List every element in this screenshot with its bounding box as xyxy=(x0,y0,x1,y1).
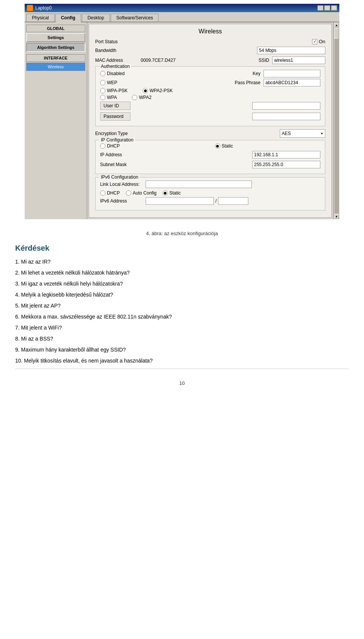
panel-title: Wireless xyxy=(95,28,325,35)
dhcp-radio-group: DHCP xyxy=(100,143,120,149)
bandwidth-label: Bandwidth xyxy=(95,48,141,53)
main-layout: GLOBAL Settings Algorithm Settings INTER… xyxy=(25,22,339,219)
dhcp-radio[interactable] xyxy=(100,143,105,149)
wep-radio[interactable] xyxy=(100,80,105,85)
wpa2psk-label: WPA2-PSK xyxy=(149,88,173,93)
ipv6-static-radio[interactable] xyxy=(163,190,168,196)
auth-row3: WPA-PSK WPA2-PSK xyxy=(100,88,320,93)
scrollbar[interactable]: ▲ ▼ xyxy=(333,22,339,219)
wep-radio-group: WEP xyxy=(100,80,117,85)
minimize-button[interactable]: _ xyxy=(317,5,323,11)
wep-label: WEP xyxy=(107,80,117,85)
question-7: 7. Mit jelent a WiFi? xyxy=(15,324,349,332)
question-3: 3. Mi igaz a vezeték nélküli helyi hálóz… xyxy=(15,280,349,288)
wpapsk-radio-group: WPA-PSK xyxy=(100,88,127,93)
encryption-value: AES xyxy=(282,131,291,136)
question-1: 1. Mi az az IR? xyxy=(15,258,349,266)
ipv6-config-label: IPv6 Configuration xyxy=(99,174,140,180)
bandwidth-row: Bandwidth xyxy=(95,47,325,54)
questions-title: Kérdések xyxy=(15,244,349,253)
content-wrapper: Wireless Port Status ✓ On Bandwidth xyxy=(87,22,339,219)
question-8: 8. Mi az a BSS? xyxy=(15,335,349,343)
tab-desktop[interactable]: Desktop xyxy=(82,14,110,22)
wpa-radio[interactable] xyxy=(100,95,105,100)
ipv6-auto-radio-group: Auto Config xyxy=(126,190,157,196)
ipv6-static-label: Static xyxy=(169,190,181,196)
scroll-thumb[interactable] xyxy=(334,28,339,39)
wireless-panel: Wireless Port Status ✓ On Bandwidth xyxy=(89,24,332,218)
port-status-checkbox[interactable]: ✓ xyxy=(312,39,317,44)
tab-config[interactable]: Config xyxy=(55,14,81,22)
mac-ssid-row: MAC Address 0009.7CE7.D427 SSID xyxy=(95,57,325,64)
disabled-label: Disabled xyxy=(107,71,125,76)
userid-row: User ID xyxy=(100,102,320,110)
ipv6-prefix-input[interactable] xyxy=(218,197,248,205)
passphrase-input[interactable] xyxy=(264,79,320,86)
tab-physical[interactable]: Physical xyxy=(26,14,55,22)
ipv6-config-section: IPv6 Configuration Link Local Address: D… xyxy=(95,177,325,210)
questions-list: 1. Mi az az IR? 2. Mi lehet a vezeték né… xyxy=(15,258,349,365)
wpa-radio-group: WPA xyxy=(100,95,117,100)
link-local-label: Link Local Address: xyxy=(100,182,146,187)
port-status-row: Port Status ✓ On xyxy=(95,39,325,44)
wpapsk-label: WPA-PSK xyxy=(107,88,127,93)
app-icon xyxy=(27,5,33,11)
ip-mode-row: DHCP Static xyxy=(100,143,320,149)
algorithm-settings-button[interactable]: Algorithm Settings xyxy=(26,43,85,52)
wpa-label: WPA xyxy=(107,95,117,100)
ipv6-static-radio-group: Static xyxy=(163,190,181,196)
wpa2-radio-group: WPA2 xyxy=(132,95,151,100)
ssid-input[interactable] xyxy=(272,57,325,64)
disabled-radio-group: Disabled xyxy=(100,71,125,76)
interface-label: INTERFACE xyxy=(26,54,85,62)
wpapsk-radio[interactable] xyxy=(100,88,105,93)
wpa2psk-radio[interactable] xyxy=(143,88,148,93)
userid-label: User ID xyxy=(100,102,130,110)
caption: 4. ábra: az eszköz konfigurációja xyxy=(15,231,349,236)
encryption-label: Encryption Type xyxy=(95,131,141,136)
ipv6-address-input[interactable] xyxy=(146,197,214,205)
mac-label: MAC Address xyxy=(95,58,141,63)
wireless-sidebar-item[interactable]: Wireless xyxy=(26,63,85,71)
wpa2-radio[interactable] xyxy=(132,95,137,100)
ipv6-dhcp-radio[interactable] xyxy=(100,190,105,196)
port-status-on-label: On xyxy=(319,39,325,44)
settings-button[interactable]: Settings xyxy=(26,33,85,42)
link-local-row: Link Local Address: xyxy=(100,181,320,188)
question-6: 6. Mekkora a max. sávszélessége az IEEE … xyxy=(15,313,349,321)
key-input[interactable] xyxy=(264,70,320,77)
title-bar-left: Laptop0 xyxy=(27,5,52,11)
ipv6-auto-label: Auto Config xyxy=(133,190,157,196)
scroll-down-button[interactable]: ▼ xyxy=(334,214,339,219)
key-label: Key xyxy=(253,71,260,76)
password-input[interactable] xyxy=(252,113,320,120)
dhcp-label: DHCP xyxy=(107,143,120,149)
ip-address-input[interactable] xyxy=(252,151,320,159)
bandwidth-input[interactable] xyxy=(257,47,325,54)
close-button[interactable]: ✕ xyxy=(331,5,337,11)
auth-row4: WPA WPA2 xyxy=(100,95,320,100)
encryption-select[interactable]: AES ▼ xyxy=(280,129,325,138)
scroll-up-button[interactable]: ▲ xyxy=(334,23,339,27)
link-local-input[interactable] xyxy=(146,181,252,188)
userid-input[interactable] xyxy=(252,102,320,110)
static-label: Static xyxy=(222,143,233,149)
page-number: 10 xyxy=(15,380,349,386)
tab-software[interactable]: Software/Services xyxy=(111,14,159,22)
question-10: 10. Melyik titkosítás elavult, és nem ja… xyxy=(15,357,349,365)
global-label: GLOBAL xyxy=(26,25,85,32)
ipv6-prefix-separator: / xyxy=(215,198,217,204)
ip-config-label: IP Configuration xyxy=(99,137,135,143)
password-row: Password xyxy=(100,112,320,121)
encryption-row: Encryption Type AES ▼ xyxy=(95,129,325,138)
ipv6-auto-radio[interactable] xyxy=(126,190,131,196)
page-divider xyxy=(15,369,349,369)
bottom-content: 4. ábra: az eszköz konfigurációja Kérdés… xyxy=(0,223,364,394)
auth-row2: WEP Pass Phrase xyxy=(100,79,320,86)
disabled-radio[interactable] xyxy=(100,71,105,76)
static-radio[interactable] xyxy=(215,143,220,149)
question-9: 9. Maximum hány karakterből állhat egy S… xyxy=(15,346,349,354)
subnet-input[interactable] xyxy=(252,161,320,168)
maximize-button[interactable]: □ xyxy=(324,5,330,11)
subnet-label: Subnet Mask xyxy=(100,162,146,167)
